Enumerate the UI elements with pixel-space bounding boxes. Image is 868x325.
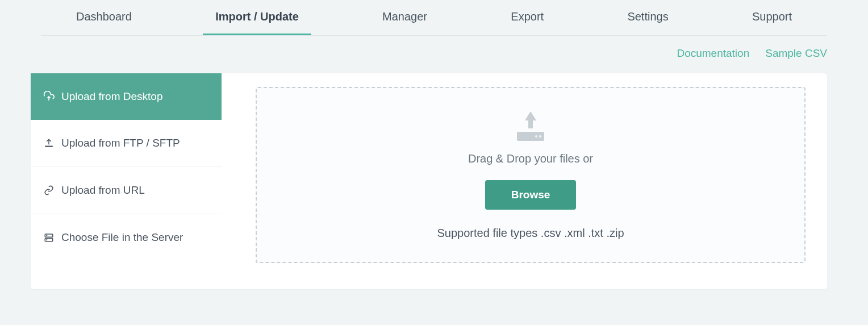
svg-point-7 bbox=[535, 135, 537, 138]
tab-support[interactable]: Support bbox=[740, 0, 804, 35]
tab-import-update[interactable]: Import / Update bbox=[203, 0, 311, 35]
main-panel: Upload from Desktop Upload from FTP / SF… bbox=[31, 73, 827, 289]
svg-point-8 bbox=[539, 135, 541, 138]
content-area: Drag & Drop your files or Browse Support… bbox=[222, 73, 827, 289]
sidebar-item-label: Upload from Desktop bbox=[61, 90, 162, 103]
tab-export[interactable]: Export bbox=[498, 0, 556, 35]
svg-point-4 bbox=[47, 235, 47, 236]
cloud-upload-icon bbox=[43, 91, 55, 102]
main-tabs: Dashboard Import / Update Manager Export… bbox=[41, 0, 827, 36]
sidebar-item-upload-url[interactable]: Upload from URL bbox=[31, 167, 222, 214]
upload-icon bbox=[512, 110, 549, 144]
svg-rect-1 bbox=[45, 146, 53, 147]
server-icon bbox=[43, 232, 55, 243]
svg-point-5 bbox=[47, 240, 47, 240]
tab-dashboard[interactable]: Dashboard bbox=[64, 0, 144, 35]
helper-links: Documentation Sample CSV bbox=[41, 36, 827, 73]
sidebar-item-label: Upload from FTP / SFTP bbox=[61, 137, 180, 149]
sidebar-item-upload-ftp[interactable]: Upload from FTP / SFTP bbox=[31, 120, 222, 167]
link-icon bbox=[43, 185, 55, 196]
ftp-upload-icon bbox=[43, 138, 55, 149]
sidebar-item-choose-server[interactable]: Choose File in the Server bbox=[31, 214, 222, 261]
upload-source-sidebar: Upload from Desktop Upload from FTP / SF… bbox=[31, 73, 222, 289]
sidebar-item-label: Upload from URL bbox=[61, 184, 145, 197]
documentation-link[interactable]: Documentation bbox=[677, 47, 749, 60]
browse-button[interactable]: Browse bbox=[485, 180, 577, 210]
file-dropzone[interactable]: Drag & Drop your files or Browse Support… bbox=[256, 87, 806, 263]
sidebar-item-upload-desktop[interactable]: Upload from Desktop bbox=[31, 73, 222, 120]
tab-manager[interactable]: Manager bbox=[370, 0, 440, 35]
sample-csv-link[interactable]: Sample CSV bbox=[765, 47, 827, 60]
tab-settings[interactable]: Settings bbox=[615, 0, 681, 35]
sidebar-item-label: Choose File in the Server bbox=[61, 231, 183, 244]
drag-drop-text: Drag & Drop your files or bbox=[468, 152, 593, 165]
supported-types-text: Supported file types .csv .xml .txt .zip bbox=[437, 227, 624, 240]
